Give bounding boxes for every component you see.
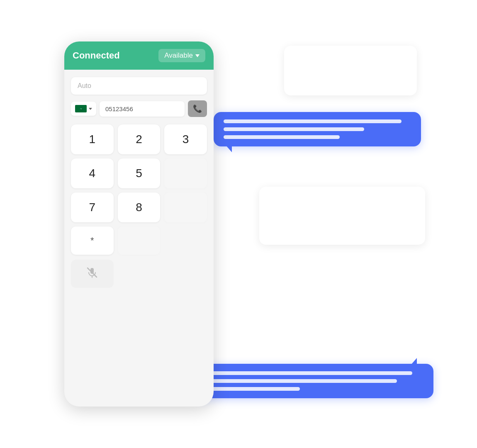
dial-key-5[interactable]: 5 (118, 158, 161, 188)
dial-key-1[interactable]: 1 (71, 124, 114, 154)
phone-body: Auto 🇸🇦 05123456 📞 1 (64, 70, 214, 300)
bubble-tail-top (226, 146, 232, 152)
bubble-bottom-line-3 (203, 387, 300, 391)
bubble-line-2 (224, 127, 364, 131)
mute-button[interactable] (71, 260, 114, 288)
chat-bubble-bottom (193, 364, 433, 398)
bubble-line-1 (224, 119, 402, 123)
dial-key-4[interactable]: 4 (71, 158, 114, 188)
mic-off-icon (86, 267, 98, 281)
country-selector[interactable]: 🇸🇦 (71, 102, 96, 116)
dial-key-8[interactable]: 8 (118, 192, 161, 222)
call-button[interactable]: 📞 (188, 100, 207, 117)
connected-status: Connected (73, 50, 152, 61)
phone-header: Connected Available (64, 41, 214, 70)
bubble-tail-bottom (411, 358, 417, 365)
phone-number-value: 05123456 (105, 105, 133, 112)
dialpad-bottom-row: * (71, 226, 207, 255)
card-middle (259, 187, 425, 245)
dial-key-7[interactable]: 7 (71, 192, 114, 222)
auto-placeholder: Auto (78, 82, 91, 89)
flag-chevron-icon (89, 108, 92, 110)
dial-key-star[interactable]: * (71, 226, 114, 255)
dial-key-6[interactable] (164, 158, 207, 188)
action-3-icon (180, 267, 192, 280)
dialpad-grid: 1 2 3 4 5 7 8 (71, 124, 207, 222)
available-dropdown[interactable]: Available (158, 49, 205, 62)
scene: Connected Available Auto 🇸🇦 (52, 25, 425, 423)
phone-device: Connected Available Auto 🇸🇦 (64, 41, 214, 407)
phone-icon: 📞 (193, 104, 202, 113)
bubble-bottom-line-2 (203, 379, 397, 383)
card-top-right (284, 46, 417, 95)
dial-key-3[interactable]: 3 (164, 124, 207, 154)
dial-key-0[interactable] (118, 226, 161, 255)
end-call-icon: 📵 (135, 270, 143, 278)
bubble-bottom-line-1 (203, 371, 412, 375)
chevron-down-icon (195, 54, 200, 57)
available-label: Available (164, 51, 193, 60)
dial-key-2[interactable]: 2 (118, 124, 161, 154)
saudi-flag: 🇸🇦 (75, 105, 87, 112)
auto-input[interactable]: Auto (71, 77, 207, 95)
dial-key-9[interactable] (164, 192, 207, 222)
phone-number-input[interactable]: 05123456 (100, 101, 185, 117)
dialpad-action-row: 📵 (71, 260, 207, 288)
chat-bubble-top (214, 112, 421, 146)
phone-number-row: 🇸🇦 05123456 📞 (71, 100, 207, 117)
bubble-line-3 (224, 135, 340, 139)
